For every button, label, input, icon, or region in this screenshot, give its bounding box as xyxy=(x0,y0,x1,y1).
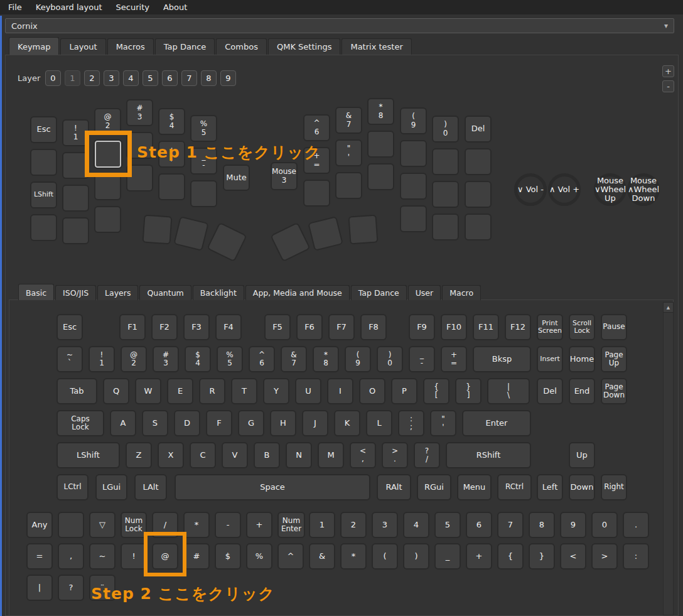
layer-button-2[interactable]: 2 xyxy=(84,70,100,86)
key-sym[interactable]: & xyxy=(309,543,335,570)
key-tab[interactable]: Tab xyxy=(56,378,97,404)
encoder-vol[interactable]: ∧ Vol + xyxy=(548,173,581,206)
key-sym[interactable]: < xyxy=(560,543,586,570)
key-w[interactable]: W xyxy=(135,378,161,404)
key-sym[interactable]: _ xyxy=(434,543,461,570)
key-empty[interactable] xyxy=(367,131,394,158)
key-sym[interactable]: , xyxy=(58,543,84,570)
key-menu[interactable]: Menu xyxy=(457,474,492,500)
key-j[interactable]: J xyxy=(302,410,328,436)
key-9[interactable]: (9 xyxy=(345,346,371,372)
key-1[interactable]: 1 xyxy=(309,512,335,538)
encoder-mouse-wheel-down[interactable]: Mouse∧WheelDown xyxy=(627,173,660,206)
key-any[interactable]: Any xyxy=(26,512,53,538)
key-6[interactable]: ^6 xyxy=(303,114,330,141)
key-empty[interactable] xyxy=(465,213,492,240)
key-sym[interactable]: "' xyxy=(335,139,362,166)
menu-item-security[interactable]: Security xyxy=(109,1,156,14)
key-sym[interactable]: + xyxy=(466,543,492,570)
key-f10[interactable]: F10 xyxy=(441,314,467,340)
key-sym[interactable]: + xyxy=(246,512,272,538)
key-y[interactable]: Y xyxy=(263,378,289,404)
key-5[interactable]: %5 xyxy=(190,115,217,142)
key-4[interactable]: $4 xyxy=(185,346,211,372)
key-home[interactable]: Home xyxy=(569,346,595,372)
editor-tab-macro[interactable]: Macro xyxy=(442,285,481,300)
key-rshift[interactable]: RShift xyxy=(446,442,531,468)
menu-item-keyboard-layout[interactable]: Keyboard layout xyxy=(29,1,109,14)
key-rgui[interactable]: RGui xyxy=(417,474,451,500)
key-sym[interactable]: { xyxy=(497,543,524,570)
key-caps-lock[interactable]: CapsLock xyxy=(56,410,104,436)
key-empty[interactable] xyxy=(432,213,459,240)
tab-tap-dance[interactable]: Tap Dance xyxy=(155,38,215,55)
key-empty[interactable] xyxy=(303,180,330,207)
key-sym[interactable]: ~` xyxy=(56,346,83,372)
key-n[interactable]: N xyxy=(286,442,312,468)
encoder-vol[interactable]: ∨ Vol - xyxy=(514,173,547,206)
key-8[interactable]: 8 xyxy=(529,512,555,538)
key-sym[interactable]: * xyxy=(183,512,210,538)
key-lshift[interactable]: LShift xyxy=(30,181,57,208)
key-empty[interactable] xyxy=(62,185,89,212)
key-empty[interactable] xyxy=(335,172,362,199)
key-sym[interactable]: {[ xyxy=(423,378,449,404)
key-a[interactable]: A xyxy=(110,410,136,436)
key-k[interactable]: K xyxy=(334,410,360,436)
key-empty[interactable] xyxy=(158,173,185,200)
key-5[interactable]: %5 xyxy=(217,346,243,372)
key-sym[interactable]: |\ xyxy=(487,378,530,404)
key-4[interactable]: $4 xyxy=(158,108,185,135)
key-del[interactable]: Del xyxy=(537,378,563,404)
key-c[interactable]: C xyxy=(190,442,216,468)
key-f1[interactable]: F1 xyxy=(119,314,146,340)
key-sym[interactable]: * xyxy=(340,543,367,570)
key-6[interactable]: 6 xyxy=(466,512,492,538)
editor-tab-tap-dance[interactable]: Tap Dance xyxy=(351,285,407,300)
key-x[interactable]: X xyxy=(158,442,184,468)
key-empty[interactable] xyxy=(58,512,84,538)
key-2[interactable]: 2 xyxy=(340,512,367,538)
key-empty[interactable] xyxy=(62,217,89,244)
key-sym[interactable]: _- xyxy=(409,346,435,372)
key-sym[interactable]: ▽ xyxy=(89,512,116,538)
key-insert[interactable]: Insert xyxy=(537,346,563,372)
key-f9[interactable]: F9 xyxy=(409,314,435,340)
key-b[interactable]: B xyxy=(254,442,280,468)
key-empty[interactable] xyxy=(367,163,394,190)
key-f11[interactable]: F11 xyxy=(473,314,499,340)
key-f[interactable]: F xyxy=(206,410,232,436)
editor-tab-user[interactable]: User xyxy=(408,285,441,300)
key-empty[interactable] xyxy=(190,180,217,207)
key-sym[interactable]: >. xyxy=(382,442,408,468)
key-1[interactable]: !1 xyxy=(89,346,115,372)
key-sym[interactable]: | xyxy=(26,575,53,601)
key-u[interactable]: U xyxy=(295,378,321,404)
key-lctrl[interactable]: LCtrl xyxy=(56,474,89,500)
key-f8[interactable]: F8 xyxy=(360,314,387,340)
key-sym[interactable]: = xyxy=(26,543,53,570)
key-sym[interactable]: ( xyxy=(372,543,398,570)
editor-tab-quantum[interactable]: Quantum xyxy=(139,285,191,300)
key-sym[interactable]: <, xyxy=(350,442,376,468)
menu-item-file[interactable]: File xyxy=(1,1,29,14)
key-4[interactable]: 4 xyxy=(403,512,429,538)
key-d[interactable]: D xyxy=(174,410,200,436)
key-f4[interactable]: F4 xyxy=(215,314,242,340)
tab-qmk-settings[interactable]: QMK Settings xyxy=(268,38,340,55)
key-sym[interactable]: "' xyxy=(430,410,456,436)
key-f12[interactable]: F12 xyxy=(505,314,531,340)
scroll-up-arrow-icon[interactable]: ▲ xyxy=(664,303,673,313)
key-enter[interactable]: Enter xyxy=(462,410,531,436)
tab-macros[interactable]: Macros xyxy=(107,38,154,55)
key-sym[interactable]: += xyxy=(441,346,467,372)
tab-layout[interactable]: Layout xyxy=(60,38,105,55)
layer-button-5[interactable]: 5 xyxy=(143,70,158,86)
menu-item-about[interactable]: About xyxy=(156,1,194,14)
encoder-mouse-wheel-up[interactable]: Mouse∨WheelUp xyxy=(594,173,627,206)
key-esc[interactable]: Esc xyxy=(56,314,83,340)
key-page-down[interactable]: PageDown xyxy=(601,378,627,404)
key-sym[interactable]: ~ xyxy=(89,543,116,570)
key-sym[interactable]: # xyxy=(183,543,210,570)
layer-button-6[interactable]: 6 xyxy=(162,70,178,86)
